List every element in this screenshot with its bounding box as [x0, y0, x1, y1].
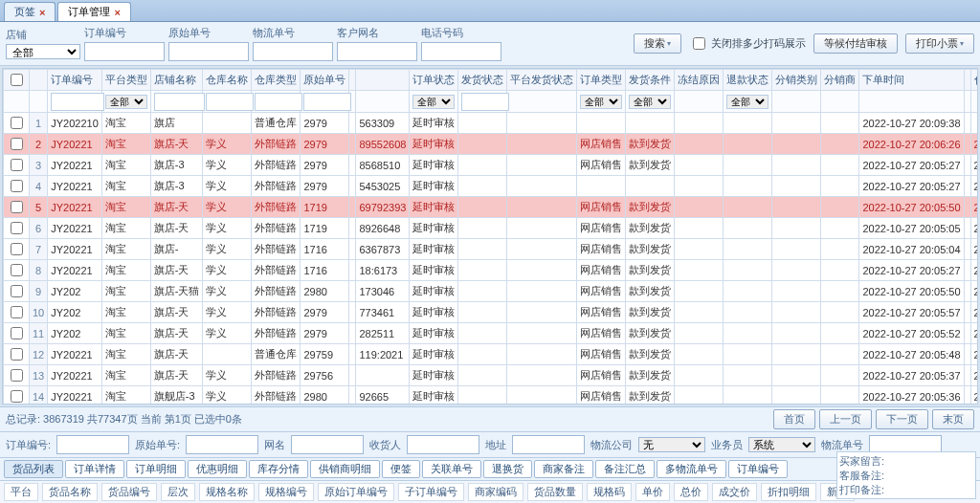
detail-col: 成交价 — [712, 483, 757, 501]
close-icon[interactable]: × — [114, 7, 120, 18]
origno-input[interactable] — [168, 42, 249, 61]
detail-filter-bar: 订单编号: 原始单号: 网名 收货人 地址 物流公司无 业务员系统 物流单号 — [0, 431, 980, 457]
col-header[interactable]: 仓库类型 — [252, 70, 301, 91]
tab-订单管理[interactable]: 订单管理× — [57, 2, 130, 21]
col-header[interactable]: 平台类型 — [101, 70, 150, 91]
last-page-button[interactable]: 末页 — [932, 409, 974, 429]
prev-page-button[interactable]: 上一页 — [819, 409, 872, 429]
first-page-button[interactable]: 首页 — [773, 409, 815, 429]
col-header[interactable]: 订单编号 — [48, 70, 102, 91]
subtab[interactable]: 退换货 — [483, 460, 532, 478]
table-row[interactable]: 6JY20221淘宝旗店-天学义外部链路17198926648延时审核网店销售款… — [4, 218, 979, 239]
subtab[interactable]: 订单编号 — [728, 460, 788, 478]
col-header[interactable]: 下单时间 — [859, 70, 964, 91]
subtab[interactable]: 优惠明细 — [188, 460, 247, 478]
subtab[interactable]: 备注汇总 — [595, 460, 655, 478]
close-icon[interactable]: × — [39, 7, 45, 18]
detail-col: 折扣明细 — [761, 483, 816, 501]
col-check[interactable] — [4, 70, 30, 91]
table-row[interactable]: 10JY202淘宝旗店-天学义外部链路2979773461延时审核网店销售款到发… — [4, 302, 979, 323]
store-select[interactable]: 全部 — [6, 44, 80, 59]
detail-col: 层次 — [161, 483, 195, 501]
clerk-select[interactable]: 系统 — [748, 437, 815, 452]
order-grid[interactable]: 订单编号平台类型店铺名称仓库名称仓库类型原始单号订单状态发货状态平台发货状态订单… — [2, 68, 978, 405]
table-row[interactable]: 1JY202210淘宝旗店普通仓库2979563309延时审核2022-10-2… — [4, 113, 979, 134]
detail-col: 原始订单编号 — [318, 483, 394, 501]
detail-col: 货品数量 — [527, 483, 583, 501]
col-header[interactable]: 发货条件 — [626, 70, 675, 91]
logno-input[interactable] — [253, 42, 333, 61]
col-header[interactable] — [356, 70, 410, 91]
col-header[interactable]: 仓库名称 — [203, 70, 252, 91]
col-header[interactable]: 原始单号 — [301, 70, 349, 91]
orderno2-input[interactable] — [56, 435, 129, 454]
close-multi-check[interactable]: 关闭排多少打码展示 — [689, 34, 806, 53]
col-header[interactable]: 订单类型 — [577, 70, 626, 91]
orderno-input[interactable] — [84, 42, 165, 61]
table-row[interactable]: 4JY20221淘宝旗店-3学义外部链路29795453025延时审核2022-… — [4, 176, 979, 197]
subtab[interactable]: 订单明细 — [126, 460, 186, 478]
logistics-select[interactable]: 无 — [638, 437, 705, 452]
table-row[interactable]: 9JY202淘宝旗店-天猫学义外部链路2980173046延时审核网店销售款到发… — [4, 281, 979, 302]
col-header[interactable]: 平台发货状态 — [507, 70, 577, 91]
phone-input[interactable] — [421, 42, 501, 61]
table-row[interactable]: 13JY20221淘宝旗店-天学义外部链路29756延时审核网店销售款到发货20… — [4, 365, 979, 386]
table-row[interactable]: 5JY20221淘宝旗店-天学义外部链路171969792393延时审核网店销售… — [4, 197, 979, 218]
subtab[interactable]: 货品列表 — [4, 460, 63, 478]
lbl2-orderno: 订单编号: — [6, 438, 51, 452]
subtab[interactable]: 供销商明细 — [310, 460, 380, 478]
subtab[interactable]: 多物流单号 — [657, 460, 726, 478]
col-header[interactable]: 店铺名称 — [150, 70, 203, 91]
table-row[interactable]: 2JY20221淘宝旗店-天学义外部链路297989552608延时审核网店销售… — [4, 134, 979, 155]
table-row[interactable]: 8JY20221淘宝旗店-天学义外部链路171618:6173延时审核网店销售款… — [4, 260, 979, 281]
detail-col: 规格编号 — [258, 483, 314, 501]
col-header[interactable]: 付款时间 — [970, 70, 978, 91]
addr-input[interactable] — [512, 435, 585, 454]
detail-col: 货品编号 — [101, 483, 157, 501]
col-header[interactable]: 退款状态 — [724, 70, 772, 91]
col-header[interactable]: 分销商 — [821, 70, 859, 91]
lbl-phone: 电话号码 — [421, 26, 501, 40]
subtab[interactable]: 便签 — [382, 460, 420, 478]
col-header[interactable] — [964, 70, 970, 91]
pending-pay-button[interactable]: 等候付结审核 — [813, 33, 898, 54]
col-header[interactable] — [349, 70, 356, 91]
detail-col: 货品名称 — [42, 483, 98, 501]
table-row[interactable]: 12JY20221淘宝旗店-天普通仓库29759119:2021延时审核网店销售… — [4, 344, 979, 365]
origno2-input[interactable] — [186, 435, 258, 454]
col-header[interactable]: 分销类别 — [772, 70, 821, 91]
subtab[interactable]: 订单详情 — [65, 460, 124, 478]
print-small-button[interactable]: 打印小票▾ — [905, 33, 974, 54]
lbl2-log: 物流公司 — [590, 438, 633, 452]
table-row[interactable]: 14JY20221淘宝旗舰店-3学义外部链路298092665延时审核网店销售款… — [4, 386, 979, 405]
lbl2-track: 物流单号 — [821, 438, 863, 452]
notes-panel: 买家留言: 客服备注: 打印备注: — [836, 451, 976, 499]
pager-bar: 总记录: 3867319 共77347页 当前 第1页 已选中0条 首页 上一页… — [0, 406, 980, 431]
recv-input[interactable] — [407, 435, 479, 454]
col-header[interactable]: 冻结原因 — [675, 70, 724, 91]
detail-col: 规格码 — [587, 483, 632, 501]
detail-columns: 平台货品名称货品编号层次规格名称规格编号原始订单编号子订单编号商家编码货品数量规… — [0, 480, 980, 503]
table-row[interactable]: 3JY20221淘宝旗店-3学义外部链路29798568510延时审核网店销售款… — [4, 155, 979, 176]
detail-col: 规格名称 — [199, 483, 255, 501]
buyer2-input[interactable] — [291, 435, 364, 454]
search-button[interactable]: 搜索▾ — [634, 33, 681, 54]
buyer-input[interactable] — [337, 42, 417, 61]
buyer-msg-label: 买家留言: — [839, 454, 973, 469]
filter-bar: 店铺全部 订单编号 原始单号 物流单号 客户网名 电话号码 搜索▾ 关闭排多少打… — [0, 22, 980, 66]
subtab[interactable]: 商家备注 — [534, 460, 593, 478]
lbl-origno: 原始单号 — [168, 26, 249, 40]
tab-页签[interactable]: 页签× — [4, 2, 56, 21]
table-row[interactable]: 7JY20221淘宝旗店-学义外部链路17166367873延时审核网店销售款到… — [4, 239, 979, 260]
detail-col: 平台 — [4, 483, 38, 501]
table-row[interactable]: 11JY202淘宝旗店-天学义外部链路2979282511延时审核网店销售款到发… — [4, 323, 979, 344]
subtab[interactable]: 库存分情 — [249, 460, 308, 478]
lbl2-buyer: 网名 — [264, 438, 285, 452]
next-page-button[interactable]: 下一页 — [876, 409, 928, 429]
col-header[interactable]: 订单状态 — [410, 70, 458, 91]
col-header[interactable]: 发货状态 — [458, 70, 507, 91]
detail-col: 子订单编号 — [398, 483, 464, 501]
subtab[interactable]: 关联单号 — [422, 460, 481, 478]
detail-col: 单价 — [635, 483, 670, 501]
pager-summary: 总记录: 3867319 共77347页 当前 第1页 已选中0条 — [6, 412, 242, 426]
